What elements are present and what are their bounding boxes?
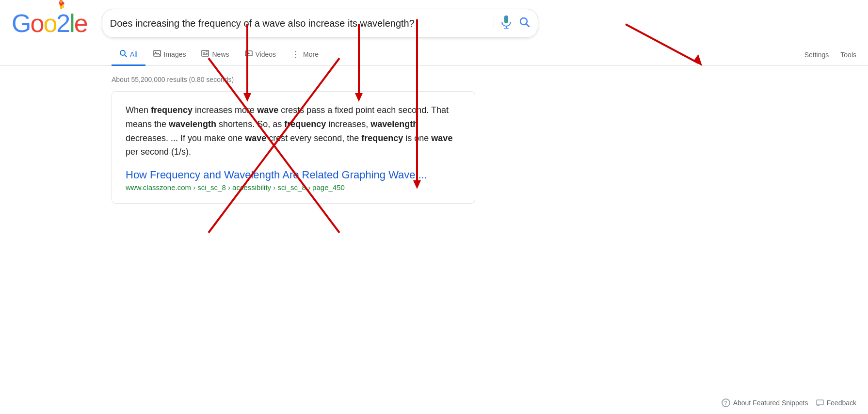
nav-tabs: All Images News	[0, 38, 868, 66]
logo-letter-l: l	[69, 9, 74, 38]
svg-rect-4	[506, 26, 507, 28]
news-tab-icon	[201, 49, 209, 59]
header: G o o 2 l e Does increasing the frequenc…	[0, 0, 868, 38]
info-icon: ?	[722, 398, 730, 407]
feedback-button[interactable]: Feedback	[816, 399, 856, 407]
svg-rect-5	[504, 28, 509, 29]
tab-all-label: All	[130, 50, 138, 58]
results-stats: About 55,200,000 results (0.80 seconds)	[0, 66, 868, 91]
logo-candle-decoration: 2	[56, 9, 69, 38]
logo-letter-g: G	[12, 9, 30, 38]
tools-link[interactable]: Tools	[840, 51, 856, 59]
search-submit-icon[interactable]	[518, 16, 530, 31]
logo-letter-e: e	[74, 9, 87, 38]
svg-line-10	[125, 55, 127, 57]
svg-rect-6	[504, 16, 508, 23]
search-tab-icon	[119, 49, 127, 59]
settings-link[interactable]: Settings	[804, 51, 829, 59]
svg-rect-20	[817, 400, 823, 405]
search-input[interactable]: Does increasing the frequency of a wave …	[110, 18, 488, 29]
snippet-link-title[interactable]: How Frequency and Wavelength Are Related…	[126, 169, 461, 181]
tab-images[interactable]: Images	[145, 44, 194, 66]
about-snippets-label: About Featured Snippets	[733, 399, 808, 407]
svg-marker-19	[248, 52, 250, 54]
tab-news[interactable]: News	[193, 44, 237, 66]
snippet-text: When frequency increases more wave crest…	[126, 103, 461, 159]
tab-images-label: Images	[164, 50, 186, 58]
videos-tab-icon	[245, 49, 253, 59]
microphone-icon[interactable]	[501, 15, 512, 32]
results-count: About 55,200,000 results (0.80 seconds)	[112, 76, 234, 83]
tab-more-label: More	[303, 50, 319, 58]
logo-letter-o1: o	[30, 9, 43, 38]
images-tab-icon	[153, 49, 161, 59]
about-snippets-button[interactable]: ? About Featured Snippets	[722, 398, 808, 407]
tab-videos[interactable]: Videos	[237, 44, 284, 66]
footer-bar: ? About Featured Snippets Feedback	[710, 392, 868, 414]
search-box: Does increasing the frequency of a wave …	[102, 9, 538, 38]
svg-point-2	[60, 0, 62, 3]
tab-videos-label: Videos	[256, 50, 276, 58]
feedback-icon	[816, 399, 824, 406]
feedback-label: Feedback	[827, 399, 856, 407]
search-actions	[494, 15, 530, 32]
svg-line-8	[526, 24, 529, 27]
svg-rect-14	[203, 52, 205, 54]
tab-more[interactable]: ⋮ More	[284, 44, 326, 66]
tab-news-label: News	[212, 50, 229, 58]
featured-snippet-card: When frequency increases more wave crest…	[112, 91, 475, 204]
nav-settings: Settings Tools	[804, 51, 868, 59]
google-logo[interactable]: G o o 2 l e	[12, 9, 87, 38]
more-tab-icon: ⋮	[291, 50, 300, 59]
logo-letter-o2: o	[43, 9, 56, 38]
snippet-url: www.classzone.com › sci_sc_8 › accessibi…	[126, 183, 461, 191]
search-box-container: Does increasing the frequency of a wave …	[102, 9, 538, 38]
search-divider	[494, 17, 494, 29]
tab-all[interactable]: All	[112, 44, 145, 66]
logo-letter-2: 2	[56, 9, 69, 38]
